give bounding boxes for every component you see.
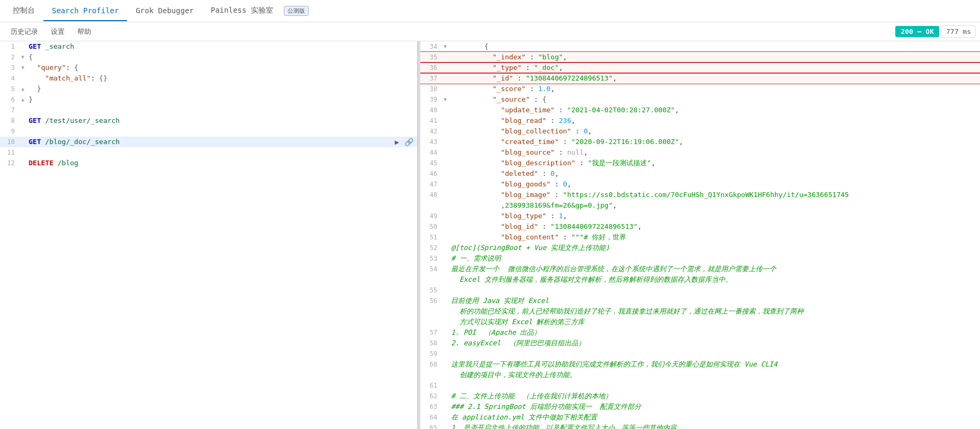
run-button[interactable]: ▶ — [393, 137, 401, 147]
line-content-10[interactable]: GET /blog/_doc/_search — [26, 137, 417, 147]
result-content-51: "blog_content" : """# 你好，世界 — [449, 232, 980, 243]
result-linenum-57: 57 — [420, 327, 442, 338]
result-row-53: 53 # 一、需求说明 — [420, 253, 980, 264]
result-content-43: "created_time" : "2020-09-22T16:19:06.00… — [449, 137, 980, 147]
fold-2[interactable]: ▼ — [19, 52, 26, 62]
result-content-38: "_score" : 1.0, — [449, 84, 980, 94]
result-content-45: "blog_description" : "我是一段测试描述", — [449, 158, 980, 168]
result-row-42: 42 "blog_collection" : 0, — [420, 126, 980, 137]
result-linenum-39: 39 — [420, 94, 442, 105]
line-content-11[interactable] — [26, 147, 417, 158]
line-content-7[interactable] — [26, 105, 417, 115]
result-row-47: 47 "blog_goods" : 0, — [420, 179, 980, 190]
result-content-58: 2. easyExcel （阿里巴巴项目组出品） — [449, 338, 980, 348]
result-content-53: # 一、需求说明 — [449, 253, 980, 264]
nav-help[interactable]: 帮助 — [71, 24, 97, 40]
fold-10 — [19, 137, 26, 147]
line-content-4[interactable]: "match_all": {} — [26, 73, 417, 84]
nav-settings[interactable]: 设置 — [44, 24, 71, 40]
result-content-49: "blog_type" : 1, — [449, 211, 980, 221]
result-content-54: 最近在开发一个 微信微信小程序的后台管理系统，在这个系统中遇到了一个需求，就是用… — [449, 264, 980, 285]
tab-painless-lab[interactable]: Painless 实验室 — [202, 1, 282, 22]
line-content-12[interactable]: DELETE /blog — [26, 158, 417, 168]
result-content-60: 这里我只是提一下有哪些工具可以协助我们完成文件解析的工作，我们今天的重心是如何实… — [449, 359, 980, 380]
result-row-57: 57 1. POI （Apache 出品） — [420, 327, 980, 338]
result-linenum-42: 42 — [420, 126, 442, 137]
result-linenum-41: 41 — [420, 115, 442, 126]
result-row-59: 59 — [420, 348, 980, 359]
copy-button[interactable]: 🔗 — [403, 137, 415, 147]
fold-7 — [19, 105, 26, 115]
table-row: 8 GET /test/user/_search — [0, 115, 417, 126]
time-badge: 777 ms — [941, 25, 976, 38]
line-content-6[interactable]: } — [26, 94, 417, 105]
fold-5[interactable]: ▲ — [19, 84, 26, 94]
result-content-62: # 二、文件上传功能 （上传在我们计算机的本地） — [449, 391, 980, 401]
tab-grok-debugger[interactable]: Grok Debugger — [127, 1, 202, 21]
result-linenum-35: 35 — [420, 52, 442, 62]
result-linenum-34: 34 — [420, 41, 442, 52]
result-pane[interactable]: 34 ▼ { 35 "_index" : "blog", 36 "_type" … — [420, 41, 980, 429]
line-content-1[interactable]: GET _search — [26, 41, 417, 52]
result-linenum-64: 64 — [420, 412, 442, 423]
result-linenum-55: 55 — [420, 285, 442, 296]
result-linenum-63: 63 — [420, 401, 442, 412]
result-content-65: 1. 是否开启文件上传的功能，以及配置文件写入大小，等等一些其他内容 — [449, 423, 980, 429]
fold-6[interactable]: ▲ — [19, 94, 26, 105]
result-row-40: 40 "update_time" : "2021-04-02T00:28:27.… — [420, 105, 980, 115]
line-content-3[interactable]: "query": { — [26, 62, 417, 73]
result-content-64: 在 application.yml 文件中做如下相关配置 — [449, 412, 980, 423]
result-linenum-50: 50 — [420, 221, 442, 232]
result-linenum-58: 58 — [420, 338, 442, 348]
result-content-56: 目前使用 Java 实现对 Excel 析的功能已经实现，前人已经帮助我们造好了… — [449, 296, 980, 327]
result-content-63: ### 2.1 SpringBoot 后端部分功能实现一 配置文件部分 — [449, 401, 980, 412]
line-num-4: 4 — [0, 73, 19, 84]
table-row: 9 — [0, 126, 417, 137]
result-content-35: "_index" : "blog", — [449, 52, 980, 62]
result-linenum-38: 38 — [420, 84, 442, 94]
result-row-38: 38 "_score" : 1.0, — [420, 84, 980, 94]
result-fold-34[interactable]: ▼ — [442, 41, 449, 52]
table-row: 3 ▼ "query": { — [0, 62, 417, 73]
fold-3[interactable]: ▼ — [19, 62, 26, 73]
editor-pane: 1 GET _search 2 ▼ { 3 ▼ "query": { 4 " — [0, 41, 418, 429]
fold-12 — [19, 158, 26, 168]
code-editor[interactable]: 1 GET _search 2 ▼ { 3 ▼ "query": { 4 " — [0, 41, 417, 429]
table-row: 2 ▼ { — [0, 52, 417, 62]
table-row: 10 GET /blog/_doc/_search ▶ 🔗 — [0, 137, 417, 147]
line-content-5[interactable]: } — [26, 84, 417, 94]
beta-badge: 公测版 — [284, 6, 309, 16]
result-content-44: "blog_source" : null, — [449, 147, 980, 158]
result-row-61: 61 — [420, 380, 980, 391]
result-row-36: 36 "_type" : "_doc", — [420, 62, 980, 73]
tab-console[interactable]: 控制台 — [4, 1, 43, 22]
result-linenum-61: 61 — [420, 380, 442, 391]
result-row-62: 62 # 二、文件上传功能 （上传在我们计算机的本地） — [420, 391, 980, 401]
result-linenum-40: 40 — [420, 105, 442, 115]
result-linenum-54: 54 — [420, 264, 442, 274]
nav-history[interactable]: 历史记录 — [4, 24, 44, 40]
table-row: 1 GET _search — [0, 41, 417, 52]
line-num-7: 7 — [0, 105, 19, 115]
result-fold-39[interactable]: ▼ — [442, 94, 449, 105]
result-linenum-43: 43 — [420, 137, 442, 147]
result-content-48: "blog_image" : "https://ss0.bdstatic.com… — [449, 190, 980, 211]
result-content-40: "update_time" : "2021-04-02T00:28:27.000… — [449, 105, 980, 115]
result-linenum-47: 47 — [420, 179, 442, 190]
fold-9 — [19, 126, 26, 137]
result-row-48: 48 "blog_image" : "https://ss0.bdstatic.… — [420, 190, 980, 211]
result-content-42: "blog_collection" : 0, — [449, 126, 980, 137]
table-row: 7 — [0, 105, 417, 115]
line-content-8[interactable]: GET /test/user/_search — [26, 115, 417, 126]
line-content-9[interactable] — [26, 126, 417, 137]
line-content-2[interactable]: { — [26, 52, 417, 62]
line-actions-10: ▶ 🔗 — [393, 137, 415, 147]
result-linenum-52: 52 — [420, 243, 442, 253]
result-linenum-65: 65 — [420, 423, 442, 429]
line-num-10: 10 — [0, 137, 19, 147]
result-linenum-45: 45 — [420, 158, 442, 168]
tab-search-profiler[interactable]: Search Profiler — [43, 1, 127, 21]
result-linenum-36: 36 — [420, 62, 442, 73]
line-num-2: 2 — [0, 52, 19, 62]
table-row: 6 ▲ } — [0, 94, 417, 105]
